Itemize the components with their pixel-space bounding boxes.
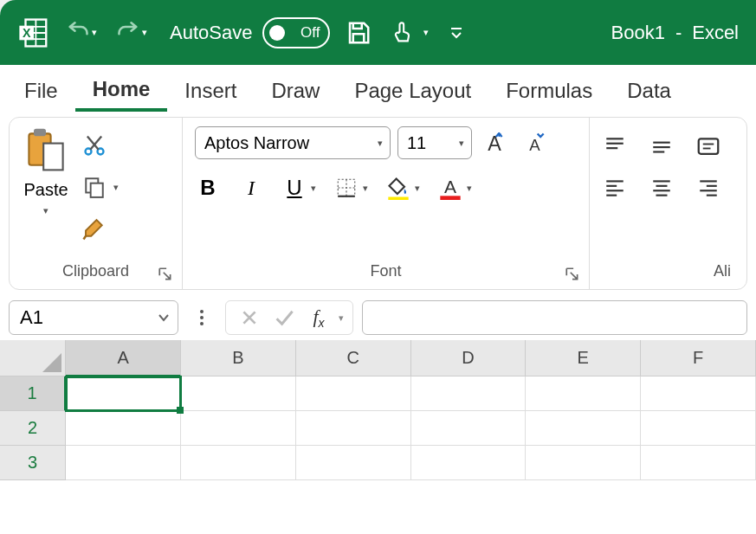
italic-button[interactable]: I (238, 175, 264, 201)
underline-button[interactable]: U (281, 175, 307, 201)
svg-rect-9 (34, 129, 46, 136)
decrease-font-button[interactable]: A (520, 130, 546, 156)
cell-c2[interactable] (296, 411, 411, 446)
name-box[interactable]: A1 (9, 300, 178, 335)
cell-c1[interactable] (296, 376, 411, 411)
autosave-toggle[interactable]: Off (262, 17, 330, 48)
cell-a3[interactable] (66, 446, 181, 480)
tab-file[interactable]: File (7, 72, 75, 110)
format-painter-button[interactable] (79, 213, 110, 244)
align-right-button[interactable] (695, 175, 721, 201)
row-header-1[interactable]: 1 (0, 376, 66, 411)
align-bottom-button[interactable] (695, 133, 721, 159)
borders-button[interactable] (333, 175, 359, 201)
column-header-c[interactable]: C (296, 340, 411, 376)
chevron-down-icon[interactable]: ▾ (113, 182, 119, 193)
chevron-down-icon[interactable]: ▾ (415, 183, 420, 194)
cell-c3[interactable] (296, 446, 411, 480)
svg-text:X: X (23, 25, 31, 39)
align-middle-button[interactable] (649, 133, 675, 159)
font-color-button[interactable]: A (437, 175, 463, 201)
column-header-f[interactable]: F (641, 340, 756, 376)
save-button[interactable] (342, 16, 375, 49)
cut-button[interactable] (79, 130, 110, 161)
cell-b2[interactable] (181, 411, 296, 446)
cell-d3[interactable] (411, 446, 527, 480)
font-dialog-launcher[interactable] (565, 267, 580, 282)
chevron-down-icon[interactable]: ▾ (311, 183, 316, 194)
row-header-2[interactable]: 2 (0, 411, 66, 446)
cell-a2[interactable] (66, 411, 181, 446)
tab-page-layout[interactable]: Page Layout (337, 72, 488, 110)
insert-function-button[interactable]: fx (304, 303, 333, 332)
group-font: Aptos Narrow ▾ 11 ▾ A A (183, 118, 590, 289)
title-separator: - (675, 22, 682, 44)
chevron-down-icon[interactable]: ▾ (339, 312, 344, 324)
cell-f3[interactable] (641, 446, 756, 480)
formula-bar-options[interactable] (187, 303, 216, 332)
svg-text:A: A (529, 136, 540, 154)
align-left-button[interactable] (602, 175, 628, 201)
cancel-formula-button[interactable] (235, 303, 264, 332)
touch-mode-button[interactable]: ▾ (387, 17, 432, 48)
align-top-button[interactable] (602, 133, 628, 159)
paste-icon (22, 126, 70, 175)
cell-b1[interactable] (181, 376, 296, 411)
cell-a1[interactable] (66, 376, 181, 411)
svg-rect-23 (388, 197, 408, 201)
cell-d1[interactable] (411, 376, 527, 411)
qat-customize-button[interactable] (444, 21, 468, 45)
tab-formulas[interactable]: Formulas (488, 72, 610, 110)
increase-font-button[interactable]: A (479, 130, 505, 156)
column-header-b[interactable]: B (181, 340, 296, 376)
cell-e1[interactable] (526, 376, 641, 411)
cell-f2[interactable] (641, 411, 756, 446)
chevron-down-icon[interactable]: ▾ (467, 183, 472, 194)
column-header-d[interactable]: D (411, 340, 527, 376)
chevron-down-icon[interactable] (157, 311, 171, 325)
chevron-down-icon: ▾ (43, 205, 48, 216)
doc-name: Book1 (611, 22, 664, 44)
font-size-select[interactable]: 11 ▾ (397, 126, 472, 159)
column-header-a[interactable]: A (66, 340, 181, 376)
row-header-3[interactable]: 3 (0, 446, 66, 480)
tab-data[interactable]: Data (610, 72, 688, 110)
tab-home[interactable]: Home (75, 70, 168, 112)
font-name-select[interactable]: Aptos Narrow ▾ (195, 126, 391, 159)
name-box-value: A1 (20, 306, 43, 329)
toggle-knob (269, 25, 285, 41)
svg-point-47 (200, 310, 204, 313)
bold-button[interactable]: B (195, 175, 221, 201)
column-header-e[interactable]: E (526, 340, 641, 376)
clipboard-dialog-launcher[interactable] (158, 267, 173, 282)
enter-formula-button[interactable] (269, 303, 299, 332)
redo-button[interactable]: ▾ (113, 17, 151, 48)
cell-e2[interactable] (526, 411, 641, 446)
chevron-down-icon: ▾ (142, 27, 147, 38)
cell-e3[interactable] (526, 446, 641, 480)
autosave-label: AutoSave (170, 22, 252, 44)
svg-rect-32 (699, 138, 719, 154)
tab-draw[interactable]: Draw (254, 72, 337, 110)
cell-b3[interactable] (181, 446, 296, 480)
autosave-state: Off (300, 24, 320, 42)
title-bar: X ▾ ▾ AutoSave Off ▾ Book1 (0, 0, 756, 65)
group-alignment: Ali (590, 118, 746, 289)
formula-input[interactable] (362, 300, 747, 335)
svg-point-48 (200, 316, 204, 319)
svg-rect-16 (91, 183, 103, 197)
spreadsheet-grid: A B C D E F 1 2 3 (0, 340, 756, 480)
font-size-value: 11 (407, 133, 426, 153)
paste-button[interactable]: Paste ▾ (22, 126, 70, 262)
cell-d2[interactable] (411, 411, 527, 446)
undo-button[interactable]: ▾ (62, 17, 100, 48)
copy-button[interactable] (79, 171, 110, 203)
chevron-down-icon: ▾ (378, 138, 383, 149)
cell-f1[interactable] (641, 376, 756, 411)
select-all-corner[interactable] (0, 340, 66, 376)
fill-color-button[interactable] (385, 175, 411, 201)
align-center-button[interactable] (649, 175, 675, 201)
tab-insert[interactable]: Insert (167, 72, 254, 110)
paste-label: Paste (23, 180, 68, 200)
chevron-down-icon[interactable]: ▾ (363, 183, 368, 194)
